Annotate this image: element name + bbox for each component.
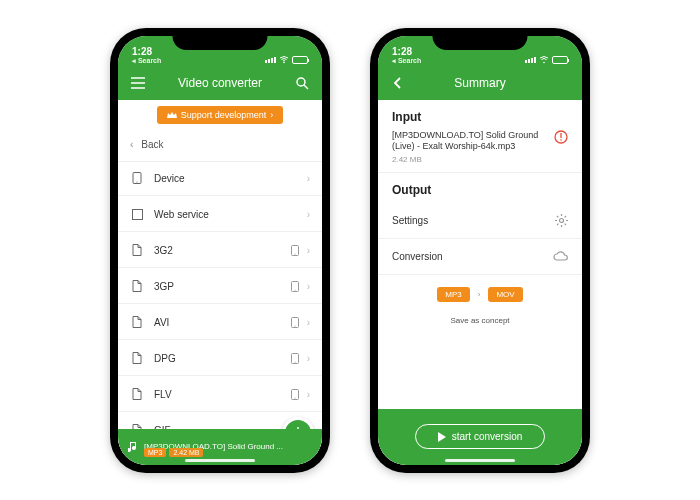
settings-row[interactable]: Settings <box>378 203 582 239</box>
play-icon <box>438 432 446 442</box>
chevron-right-icon: › <box>307 173 310 184</box>
wifi-icon <box>539 56 549 64</box>
svg-point-12 <box>294 361 295 362</box>
device-support-icon <box>289 245 301 256</box>
format-label: Web service <box>154 209 307 220</box>
cloud-icon <box>553 251 568 261</box>
notch <box>433 28 528 50</box>
arrow-right-icon: › <box>476 287 483 302</box>
format-row[interactable]: FLV› <box>118 378 322 412</box>
menu-icon[interactable] <box>128 73 148 93</box>
input-filename: [MP3DOWNLOAD.TO] Solid Ground (Live) - E… <box>392 130 546 153</box>
format-list[interactable]: ‹ Back Device›Web service›3G2›3GP›AVI›DP… <box>118 128 322 448</box>
chevron-right-icon: › <box>307 353 310 364</box>
input-heading: Input <box>378 100 582 130</box>
svg-point-19 <box>560 139 562 141</box>
svg-point-3 <box>136 181 137 182</box>
device-support-icon <box>289 389 301 400</box>
battery-icon <box>292 56 308 64</box>
home-indicator[interactable] <box>185 459 255 462</box>
format-row[interactable]: Web service› <box>118 198 322 232</box>
svg-point-8 <box>294 289 295 290</box>
crown-icon <box>167 111 177 119</box>
conversion-badges: MP3 › MOV <box>378 275 582 308</box>
file-icon <box>130 280 144 292</box>
format-label: Device <box>154 173 307 184</box>
format-label: 3G2 <box>154 245 289 256</box>
status-time: 1:28 <box>392 47 421 57</box>
output-heading: Output <box>378 173 582 203</box>
header-title: Video converter <box>148 76 292 90</box>
footer-size-badge: 2.42 MB <box>169 448 203 457</box>
chevron-right-icon: › <box>307 245 310 256</box>
format-label: 3GP <box>154 281 289 292</box>
phone-left: 1:28 ◂ Search Video converter <box>110 28 330 473</box>
svg-point-10 <box>294 325 295 326</box>
svg-point-0 <box>283 61 285 63</box>
svg-point-17 <box>543 61 545 63</box>
svg-point-20 <box>560 218 564 222</box>
svg-point-6 <box>294 253 295 254</box>
back-icon[interactable] <box>388 73 408 93</box>
chevron-right-icon: › <box>307 389 310 400</box>
wifi-icon <box>279 56 289 64</box>
format-row[interactable]: Device› <box>118 162 322 196</box>
input-size: 2.42 MB <box>392 155 546 164</box>
start-button-label: start conversion <box>452 431 523 442</box>
signal-icon <box>265 57 276 63</box>
summary-content: Input [MP3DOWNLOAD.TO] Solid Ground (Liv… <box>378 100 582 465</box>
save-as-concept[interactable]: Save as concept <box>378 308 582 333</box>
app-header: Video converter <box>118 66 322 100</box>
screen-right: 1:28 ◂ Search Summary Input [MP3DOWN <box>378 36 582 465</box>
format-row[interactable]: AVI› <box>118 306 322 340</box>
format-row[interactable]: DPG› <box>118 342 322 376</box>
footer-format-badge: MP3 <box>144 448 166 457</box>
format-label: DPG <box>154 353 289 364</box>
file-icon <box>130 352 144 364</box>
header-title: Summary <box>408 76 552 90</box>
chevron-right-icon: › <box>307 281 310 292</box>
status-back-to-search[interactable]: ◂ Search <box>392 57 421 64</box>
settings-label: Settings <box>392 215 428 226</box>
back-label: Back <box>141 139 310 150</box>
file-icon <box>130 316 144 328</box>
app-header: Summary <box>378 66 582 100</box>
gear-icon <box>555 214 568 227</box>
screen-left: 1:28 ◂ Search Video converter <box>118 36 322 465</box>
input-file-row[interactable]: [MP3DOWNLOAD.TO] Solid Ground (Live) - E… <box>378 130 582 173</box>
status-time: 1:28 <box>132 47 161 57</box>
notch <box>173 28 268 50</box>
back-row[interactable]: ‹ Back <box>118 128 322 162</box>
start-footer: start conversion <box>378 409 582 465</box>
phone-right: 1:28 ◂ Search Summary Input [MP3DOWN <box>370 28 590 473</box>
chevron-right-icon: › <box>270 110 273 120</box>
support-banner[interactable]: Support development › <box>157 106 284 124</box>
svg-point-14 <box>294 397 295 398</box>
format-row[interactable]: 3G2› <box>118 234 322 268</box>
format-row[interactable]: 3GP› <box>118 270 322 304</box>
chevron-left-icon: ‹ <box>130 139 133 150</box>
status-back-to-search[interactable]: ◂ Search <box>132 57 161 64</box>
chevron-right-icon: › <box>307 209 310 220</box>
banner-label: Support development <box>181 110 267 120</box>
music-note-icon <box>128 441 138 453</box>
to-format-badge: MOV <box>488 287 522 302</box>
svg-point-1 <box>297 78 305 86</box>
svg-rect-4 <box>132 209 142 219</box>
device-icon <box>130 172 144 184</box>
battery-icon <box>552 56 568 64</box>
conversion-row[interactable]: Conversion <box>378 239 582 275</box>
footer-badges: MP3 2.42 MB <box>144 448 203 457</box>
warning-icon[interactable] <box>554 130 568 144</box>
search-icon[interactable] <box>292 73 312 93</box>
file-icon <box>130 388 144 400</box>
start-conversion-button[interactable]: start conversion <box>415 424 546 449</box>
signal-icon <box>525 57 536 63</box>
file-icon <box>130 244 144 256</box>
device-support-icon <box>289 317 301 328</box>
format-list-content: ‹ Back Device›Web service›3G2›3GP›AVI›DP… <box>118 128 322 465</box>
format-label: AVI <box>154 317 289 328</box>
device-support-icon <box>289 281 301 292</box>
device-support-icon <box>289 353 301 364</box>
home-indicator[interactable] <box>445 459 515 462</box>
